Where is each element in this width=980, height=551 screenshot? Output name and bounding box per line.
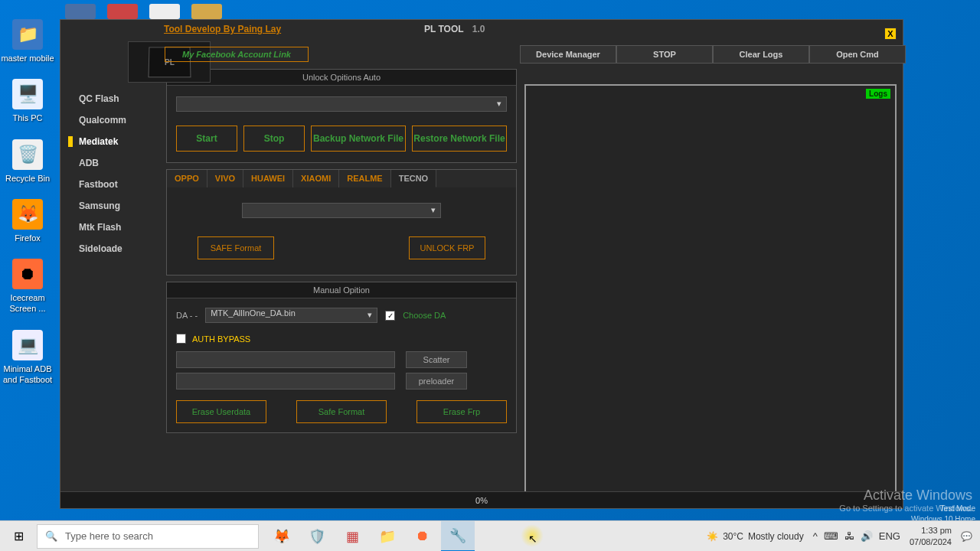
auth-bypass-checkbox[interactable] xyxy=(176,334,186,344)
nav-adb[interactable]: ADB xyxy=(60,152,160,174)
taskbar-security[interactable]: 🛡️ xyxy=(300,521,334,552)
stop-button[interactable]: STOP xyxy=(616,45,713,64)
start-button[interactable]: Start xyxy=(176,126,237,152)
manual-header: Manual Opition xyxy=(167,282,516,298)
da-select[interactable]: MTK_AllInOne_DA.bin xyxy=(205,308,377,323)
logs-badge: Logs xyxy=(866,89,890,99)
search-box[interactable]: 🔍 Type here to search xyxy=(37,524,259,549)
pl-tool-window: Tool Develop By Paing Lay PL TOOL 1.0 X … xyxy=(60,19,903,509)
brand-panel: OPPO VIVO HUAWEI XIAOMI REALME TECNO SAF… xyxy=(166,169,517,276)
log-panel: Logs xyxy=(524,84,897,497)
tray-chevron-icon[interactable]: ^ xyxy=(813,530,818,542)
unlock-dropdown[interactable] xyxy=(176,96,507,112)
taskbar-pl-tool[interactable]: 🔧 xyxy=(441,521,475,552)
weather-icon: ☀️ xyxy=(707,531,718,542)
tab-oppo[interactable]: OPPO xyxy=(167,170,207,187)
choose-da-checkbox[interactable]: ✓ xyxy=(385,311,395,321)
choose-da-label: Choose DA xyxy=(403,311,446,320)
safe-format-button-2[interactable]: Safe Format xyxy=(296,400,387,423)
preloader-button[interactable]: preloader xyxy=(406,373,467,390)
device-manager-button[interactable]: Device Manager xyxy=(520,45,616,64)
clock[interactable]: 1:33 pm 07/08/2024 xyxy=(910,525,952,547)
system-tray: ☀️ 30°C Mostly cloudy ^ ⌨ 🖧 🔊 ENG 1:33 p… xyxy=(707,525,980,547)
nav-mediatek[interactable]: Mediatek xyxy=(60,131,160,152)
manual-option-panel: Manual Opition DA - - MTK_AllInOne_DA.bi… xyxy=(166,282,517,433)
brand-model-dropdown[interactable] xyxy=(242,203,441,218)
close-button[interactable]: X xyxy=(884,28,897,40)
facebook-link[interactable]: My Facebook Account Link xyxy=(165,47,309,62)
tab-realme[interactable]: REALME xyxy=(339,170,390,187)
preloader-input[interactable] xyxy=(176,373,395,390)
notifications-icon[interactable]: 💬 xyxy=(961,531,972,542)
backup-network-button[interactable]: Backup Network File xyxy=(311,126,406,152)
taskbar-icecream[interactable]: ⏺ xyxy=(406,521,439,552)
taskbar-app1[interactable]: ▦ xyxy=(335,521,369,552)
scatter-input[interactable] xyxy=(176,351,395,368)
title-bar: Tool Develop By Paing Lay PL TOOL 1.0 X xyxy=(60,20,903,38)
tray-language-icon[interactable]: ENG xyxy=(879,530,900,542)
desktop-icon-master-mobile[interactable]: 📁master mobile xyxy=(0,19,55,64)
tray-volume-icon[interactable]: 🔊 xyxy=(861,530,873,542)
da-label: DA - - xyxy=(176,311,198,320)
top-action-buttons: Device Manager STOP Clear Logs Open Cmd xyxy=(520,45,906,64)
sidebar-nav: QC Flash Qualcomm Mediatek ADB Fastboot … xyxy=(60,38,160,508)
brand-tabs: OPPO VIVO HUAWEI XIAOMI REALME TECNO xyxy=(167,170,516,187)
nav-samsung[interactable]: Samsung xyxy=(60,195,160,217)
nav-sideload[interactable]: Sideloade xyxy=(60,238,160,259)
erase-frp-button[interactable]: Erase Frp xyxy=(416,400,507,423)
restore-network-button[interactable]: Restore Network File xyxy=(412,126,507,152)
desktop-icon-recycle-bin[interactable]: 🗑️Recycle Bin xyxy=(0,139,55,184)
tab-vivo[interactable]: VIVO xyxy=(207,170,243,187)
safe-format-button[interactable]: SAFE Format xyxy=(198,236,274,259)
progress-bar: 0% xyxy=(60,491,903,508)
title-tool-name: PL TOOL 1.0 xyxy=(424,24,485,34)
clear-logs-button[interactable]: Clear Logs xyxy=(713,45,809,64)
nav-fastboot[interactable]: Fastboot xyxy=(60,174,160,195)
unlock-options-panel: Unlock Opitions Auto Start Stop Backup N… xyxy=(166,69,517,163)
start-button-win[interactable]: ⊞ xyxy=(0,521,37,552)
nav-qualcomm[interactable]: Qualcomm xyxy=(60,109,160,131)
taskbar: ⊞ 🔍 Type here to search 🦊 🛡️ ▦ 📁 ⏺ 🔧 ↖ ☀… xyxy=(0,520,980,551)
unlock-header: Unlock Opitions Auto xyxy=(167,70,516,86)
search-icon: 🔍 xyxy=(45,530,57,542)
title-developer[interactable]: Tool Develop By Paing Lay xyxy=(164,24,281,34)
unlock-frp-button[interactable]: UNLOCK FRP xyxy=(409,236,485,259)
nav-qc-flash[interactable]: QC Flash xyxy=(60,88,160,109)
cursor-icon: ↖ xyxy=(528,533,537,545)
desktop-icon-firefox[interactable]: 🦊Firefox xyxy=(0,199,55,243)
desktop-icon-minimal-adb[interactable]: 💻Minimal ADB and Fastboot xyxy=(0,330,55,386)
tab-huawei[interactable]: HUAWEI xyxy=(243,170,293,187)
taskbar-explorer[interactable]: 📁 xyxy=(371,521,404,552)
stop-button-2[interactable]: Stop xyxy=(243,126,305,152)
tab-tecno[interactable]: TECNO xyxy=(391,170,437,187)
nav-mtk-flash[interactable]: Mtk Flash xyxy=(60,217,160,238)
desktop-icon-icecream[interactable]: ⏺Icecream Screen ... xyxy=(0,259,55,315)
tray-keyboard-icon[interactable]: ⌨ xyxy=(824,530,838,542)
tab-xiaomi[interactable]: XIAOMI xyxy=(293,170,339,187)
open-cmd-button[interactable]: Open Cmd xyxy=(809,45,906,64)
taskbar-firefox[interactable]: 🦊 xyxy=(265,521,299,552)
tray-network-icon[interactable]: 🖧 xyxy=(844,530,854,542)
desktop-icon-this-pc[interactable]: 🖥️This PC xyxy=(0,79,55,123)
desktop: 📁master mobile 🖥️This PC 🗑️Recycle Bin 🦊… xyxy=(0,0,61,520)
auth-bypass-label: AUTH BYPASS xyxy=(192,334,250,344)
weather-widget[interactable]: ☀️ 30°C Mostly cloudy xyxy=(707,531,804,542)
scatter-button[interactable]: Scatter xyxy=(406,351,467,368)
top-shortcuts xyxy=(65,4,222,19)
erase-userdata-button[interactable]: Erase Userdata xyxy=(176,400,266,423)
